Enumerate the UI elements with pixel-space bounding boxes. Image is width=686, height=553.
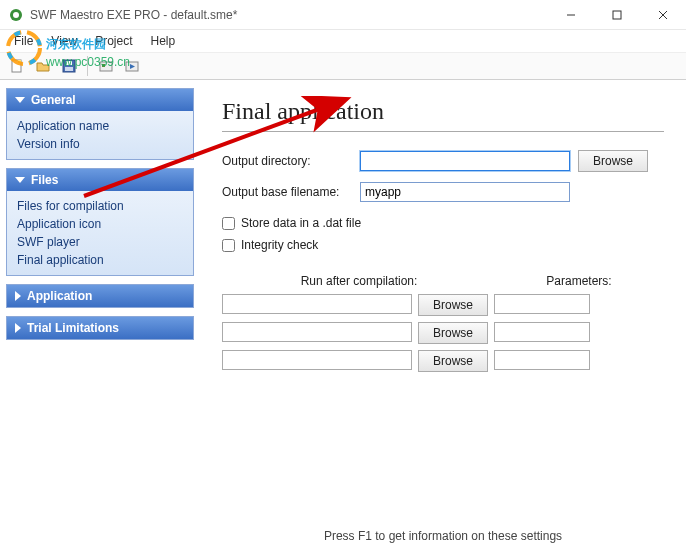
panel-files-header[interactable]: Files bbox=[7, 169, 193, 191]
run-cmd-input-1[interactable] bbox=[222, 294, 412, 314]
panel-general-title: General bbox=[31, 93, 76, 107]
integrity-label: Integrity check bbox=[241, 238, 318, 252]
run-after-header: Run after compilation: bbox=[224, 274, 494, 288]
output-directory-input[interactable] bbox=[360, 151, 570, 171]
maximize-button[interactable] bbox=[594, 0, 640, 30]
run-params-input-2[interactable] bbox=[494, 322, 590, 342]
main-panel: Final application Output directory: Brow… bbox=[200, 80, 686, 553]
menu-view[interactable]: View bbox=[43, 32, 85, 50]
chevron-down-icon bbox=[15, 97, 25, 103]
panel-trial: Trial Limitations bbox=[6, 316, 194, 340]
svg-rect-3 bbox=[613, 11, 621, 19]
parameters-header: Parameters: bbox=[494, 274, 664, 288]
svg-point-1 bbox=[13, 12, 19, 18]
preview-icon[interactable] bbox=[121, 55, 143, 77]
menubar: File View Project Help bbox=[0, 30, 686, 52]
panel-files-title: Files bbox=[31, 173, 58, 187]
chevron-right-icon bbox=[15, 323, 21, 333]
browse-run-button-2[interactable]: Browse bbox=[418, 322, 488, 344]
sidebar-item-version-info[interactable]: Version info bbox=[17, 135, 183, 153]
chevron-right-icon bbox=[15, 291, 21, 301]
toolbar bbox=[0, 52, 686, 80]
run-params-input-1[interactable] bbox=[494, 294, 590, 314]
menu-project[interactable]: Project bbox=[87, 32, 140, 50]
panel-general-header[interactable]: General bbox=[7, 89, 193, 111]
output-directory-label: Output directory: bbox=[222, 154, 352, 168]
svg-rect-7 bbox=[18, 60, 21, 63]
status-bar: Press F1 to get information on these set… bbox=[222, 517, 664, 543]
close-button[interactable] bbox=[640, 0, 686, 30]
panel-application-header[interactable]: Application bbox=[7, 285, 193, 307]
run-cmd-input-3[interactable] bbox=[222, 350, 412, 370]
minimize-button[interactable] bbox=[548, 0, 594, 30]
panel-trial-header[interactable]: Trial Limitations bbox=[7, 317, 193, 339]
sidebar-item-application-name[interactable]: Application name bbox=[17, 117, 183, 135]
sidebar-item-application-icon[interactable]: Application icon bbox=[17, 215, 183, 233]
window-title: SWF Maestro EXE PRO - default.sme* bbox=[30, 8, 548, 22]
sidebar-item-files-compilation[interactable]: Files for compilation bbox=[17, 197, 183, 215]
panel-application-title: Application bbox=[27, 289, 92, 303]
chevron-down-icon bbox=[15, 177, 25, 183]
sidebar: General Application name Version info Fi… bbox=[0, 80, 200, 553]
panel-files: Files Files for compilation Application … bbox=[6, 168, 194, 276]
panel-application: Application bbox=[6, 284, 194, 308]
app-icon bbox=[8, 7, 24, 23]
integrity-checkbox[interactable]: Integrity check bbox=[222, 238, 664, 252]
panel-general: General Application name Version info bbox=[6, 88, 194, 160]
page-title: Final application bbox=[222, 98, 664, 132]
toolbar-separator bbox=[87, 56, 88, 76]
store-dat-checkbox[interactable]: Store data in a .dat file bbox=[222, 216, 664, 230]
new-file-icon[interactable] bbox=[6, 55, 28, 77]
browse-run-button-3[interactable]: Browse bbox=[418, 350, 488, 372]
build-icon[interactable] bbox=[95, 55, 117, 77]
browse-run-button-1[interactable]: Browse bbox=[418, 294, 488, 316]
browse-output-button[interactable]: Browse bbox=[578, 150, 648, 172]
sidebar-item-swf-player[interactable]: SWF player bbox=[17, 233, 183, 251]
svg-rect-12 bbox=[102, 64, 105, 67]
titlebar: SWF Maestro EXE PRO - default.sme* bbox=[0, 0, 686, 30]
base-filename-label: Output base filename: bbox=[222, 185, 352, 199]
panel-trial-title: Trial Limitations bbox=[27, 321, 119, 335]
svg-rect-9 bbox=[66, 61, 72, 65]
integrity-checkbox-input[interactable] bbox=[222, 239, 235, 252]
svg-rect-11 bbox=[100, 62, 112, 71]
store-dat-label: Store data in a .dat file bbox=[241, 216, 361, 230]
save-file-icon[interactable] bbox=[58, 55, 80, 77]
run-cmd-input-2[interactable] bbox=[222, 322, 412, 342]
menu-help[interactable]: Help bbox=[143, 32, 184, 50]
base-filename-input[interactable] bbox=[360, 182, 570, 202]
store-dat-checkbox-input[interactable] bbox=[222, 217, 235, 230]
svg-rect-10 bbox=[65, 67, 73, 71]
open-file-icon[interactable] bbox=[32, 55, 54, 77]
run-params-input-3[interactable] bbox=[494, 350, 590, 370]
menu-file[interactable]: File bbox=[6, 32, 41, 50]
sidebar-item-final-application[interactable]: Final application bbox=[17, 251, 183, 269]
